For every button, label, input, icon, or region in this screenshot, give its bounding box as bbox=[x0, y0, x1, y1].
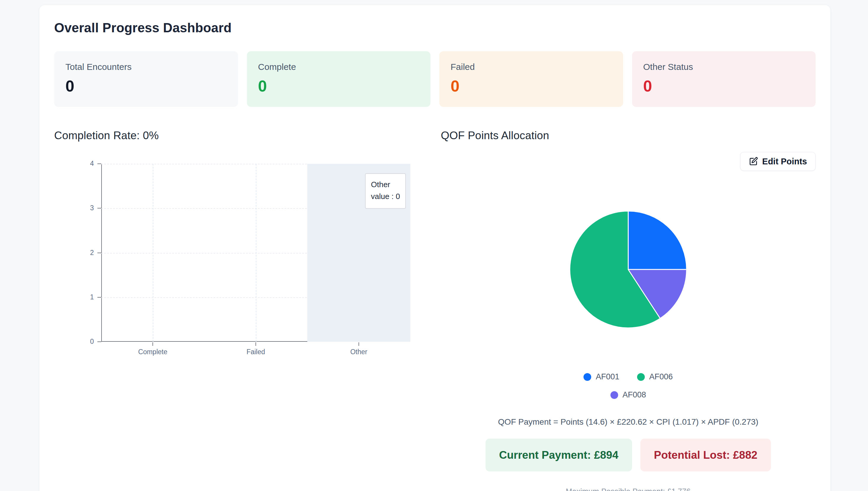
edit-square-icon bbox=[749, 157, 758, 166]
tooltip-value: value : 0 bbox=[371, 191, 400, 202]
page-title: Overall Progress Dashboard bbox=[54, 21, 816, 35]
y-axis-tick bbox=[97, 297, 101, 298]
qof-pie-chart[interactable] bbox=[568, 209, 689, 330]
qof-formula: QOF Payment = Points (14.6) × £220.62 × … bbox=[441, 417, 816, 427]
edit-points-button[interactable]: Edit Points bbox=[740, 152, 816, 171]
legend-label: AF006 bbox=[649, 372, 673, 381]
stat-label: Failed bbox=[451, 62, 612, 72]
stat-card-complete: Complete 0 bbox=[247, 51, 431, 107]
legend-label: AF008 bbox=[623, 390, 646, 400]
stat-label: Other Status bbox=[643, 62, 805, 72]
stat-value: 0 bbox=[451, 77, 612, 95]
gridline-vertical bbox=[153, 164, 153, 342]
stat-value: 0 bbox=[65, 77, 227, 95]
current-payment-badge: Current Payment: £894 bbox=[485, 439, 632, 471]
pie-chart-wrap bbox=[441, 209, 816, 330]
payment-row: Current Payment: £894 Potential Lost: £8… bbox=[441, 439, 816, 471]
legend-row: AF001AF006 bbox=[583, 372, 672, 381]
y-axis-label: 2 bbox=[73, 249, 94, 257]
y-axis-tick bbox=[97, 253, 101, 253]
stats-row: Total Encounters 0 Complete 0 Failed 0 O… bbox=[54, 51, 816, 107]
y-axis-tick bbox=[97, 208, 101, 208]
edit-points-label: Edit Points bbox=[762, 157, 807, 167]
y-axis-tick bbox=[97, 342, 101, 342]
x-axis-category-label: Other bbox=[326, 348, 391, 356]
legend-item-AF006[interactable]: AF006 bbox=[637, 372, 673, 381]
stat-label: Complete bbox=[258, 62, 419, 72]
x-axis-tick bbox=[152, 342, 153, 346]
qof-toolbar: Edit Points bbox=[441, 152, 816, 171]
potential-lost-badge: Potential Lost: £882 bbox=[640, 439, 771, 471]
y-axis-tick bbox=[97, 164, 101, 164]
legend-row: AF008 bbox=[610, 390, 646, 400]
stat-card-failed: Failed 0 bbox=[439, 51, 623, 107]
stat-card-other-status: Other Status 0 bbox=[632, 51, 816, 107]
dashboard-columns: Completion Rate: 0% Other value : 0 0123… bbox=[54, 129, 816, 491]
x-axis-category-label: Failed bbox=[223, 348, 288, 356]
y-axis-label: 4 bbox=[73, 160, 94, 168]
qof-section: QOF Points Allocation Edit Points AF001A… bbox=[441, 129, 816, 491]
legend-dot bbox=[583, 373, 591, 381]
x-axis-category-label: Complete bbox=[120, 348, 185, 356]
y-axis-label: 3 bbox=[73, 204, 94, 212]
stat-card-total-encounters: Total Encounters 0 bbox=[54, 51, 238, 107]
y-axis-label: 1 bbox=[73, 293, 94, 301]
completion-heading: Completion Rate: 0% bbox=[54, 129, 429, 142]
legend-item-AF001[interactable]: AF001 bbox=[583, 372, 619, 381]
legend-dot bbox=[610, 391, 618, 399]
pie-legend: AF001AF006AF008 bbox=[441, 372, 816, 400]
completion-section: Completion Rate: 0% Other value : 0 0123… bbox=[54, 129, 429, 491]
completion-bar-chart[interactable]: Other value : 0 01234CompleteFailedOther bbox=[54, 164, 421, 365]
legend-dot bbox=[637, 373, 645, 381]
qof-heading: QOF Points Allocation bbox=[441, 129, 816, 142]
stat-label: Total Encounters bbox=[65, 62, 227, 72]
x-axis-tick bbox=[256, 342, 256, 346]
stat-value: 0 bbox=[643, 77, 805, 95]
chart-tooltip: Other value : 0 bbox=[365, 173, 406, 209]
x-axis-tick bbox=[359, 342, 359, 346]
tooltip-title: Other bbox=[371, 179, 400, 191]
y-axis-label: 0 bbox=[73, 338, 94, 346]
dashboard-panel: Overall Progress Dashboard Total Encount… bbox=[39, 5, 830, 491]
gridline-vertical bbox=[256, 164, 257, 342]
max-payment-text: Maximum Possible Payment: £1,776 bbox=[441, 487, 816, 491]
pie-slice-AF001[interactable] bbox=[628, 211, 687, 269]
stat-value: 0 bbox=[258, 77, 419, 95]
legend-label: AF001 bbox=[596, 372, 619, 381]
legend-item-AF008[interactable]: AF008 bbox=[610, 390, 646, 400]
